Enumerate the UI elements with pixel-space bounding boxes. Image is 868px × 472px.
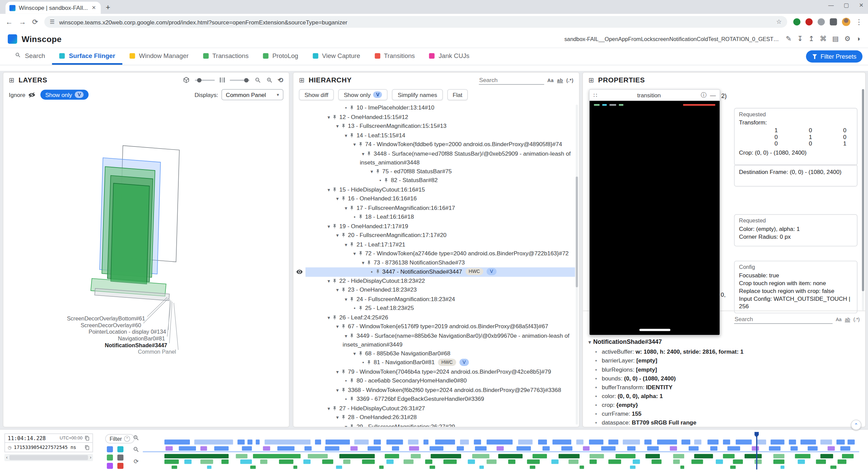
expand-chevron-icon[interactable]: ▾ bbox=[334, 231, 341, 240]
timeline-event[interactable] bbox=[166, 446, 173, 451]
timeline-event[interactable] bbox=[769, 446, 781, 451]
tab-jank-cujs[interactable]: Jank CUJs bbox=[422, 48, 477, 65]
tree-node[interactable]: ▾28 - OneHanded:26:31#28 bbox=[293, 413, 575, 422]
timeline-event[interactable] bbox=[623, 439, 640, 445]
timeline-event[interactable] bbox=[576, 439, 583, 445]
pin-icon[interactable] bbox=[358, 213, 365, 222]
layer-label-selected[interactable]: NotificationShade#3447 bbox=[105, 342, 167, 348]
timeline-canvas[interactable] bbox=[143, 433, 859, 470]
timeline-event[interactable] bbox=[770, 439, 785, 445]
properties-node-title-row[interactable]: ▾NotificationShade#3447 bbox=[589, 337, 861, 347]
timeline-event[interactable] bbox=[694, 439, 702, 445]
tree-node[interactable]: •3447 - NotificationShade#3447HWCV bbox=[293, 268, 575, 277]
timeline-event[interactable] bbox=[242, 446, 252, 451]
expand-chevron-icon[interactable]: ▾ bbox=[343, 423, 350, 427]
timeline-event[interactable] bbox=[752, 446, 759, 451]
extensions-puzzle-icon[interactable] bbox=[830, 18, 837, 25]
expand-chevron-icon[interactable]: ▾ bbox=[360, 150, 367, 158]
expand-chevron-icon[interactable]: ▾ bbox=[589, 339, 591, 345]
zoom-in-icon[interactable] bbox=[266, 77, 273, 83]
timeline-event[interactable] bbox=[518, 439, 532, 445]
pin-icon[interactable] bbox=[332, 277, 339, 286]
timeline-event[interactable] bbox=[279, 459, 293, 464]
layer-label[interactable]: ScreenDecorOverlay#60 bbox=[81, 322, 141, 328]
tree-node[interactable]: ▾19 - OneHanded:17:17#19 bbox=[293, 222, 575, 231]
timeline-event[interactable] bbox=[293, 466, 298, 469]
tree-node[interactable]: •81 - NavigationBar0#81HWCV bbox=[293, 358, 575, 367]
property-row[interactable]: activeBuffer: w: 1080, h: 2400, stride: … bbox=[589, 347, 861, 356]
rotation-slider[interactable] bbox=[195, 79, 215, 80]
timeline-event[interactable] bbox=[561, 446, 573, 451]
timeline-event[interactable] bbox=[277, 446, 295, 451]
timeline-event[interactable] bbox=[797, 459, 805, 464]
tree-node[interactable]: ▾72 - WindowToken{a2746de type=2040 andr… bbox=[293, 249, 575, 258]
timeline-event[interactable] bbox=[472, 454, 490, 458]
timeline-event[interactable] bbox=[821, 454, 833, 458]
pin-icon[interactable] bbox=[341, 122, 348, 131]
pin-icon[interactable] bbox=[332, 222, 339, 231]
back-icon[interactable]: ← bbox=[5, 18, 13, 25]
match-word-icon[interactable]: ab bbox=[845, 316, 850, 322]
timeline-event[interactable] bbox=[608, 459, 621, 464]
property-row[interactable]: bufferTransform: IDENTITY bbox=[589, 382, 861, 391]
timeline-event[interactable] bbox=[673, 459, 680, 464]
tree-node[interactable]: ▾24 - FullscreenMagnification:18:23#24 bbox=[293, 295, 575, 304]
timeline-event[interactable] bbox=[551, 459, 558, 464]
timeline-event[interactable] bbox=[646, 454, 660, 458]
timeline-event[interactable] bbox=[790, 446, 797, 451]
timeline-event[interactable] bbox=[475, 446, 487, 451]
timeline-event[interactable] bbox=[444, 459, 457, 464]
pin-icon[interactable] bbox=[349, 423, 356, 427]
property-row[interactable]: crop: {empty} bbox=[589, 400, 861, 409]
timeline-event[interactable] bbox=[692, 459, 703, 464]
cuj-trace-icon[interactable] bbox=[117, 463, 123, 469]
timeline-event[interactable] bbox=[479, 466, 484, 469]
tab-view-capture[interactable]: View Capture bbox=[305, 48, 368, 65]
property-row[interactable]: dataspace: BT709 sRGB Full range bbox=[589, 418, 861, 427]
device-screen-preview[interactable] bbox=[590, 101, 720, 335]
tree-node[interactable]: •10 - ImePlaceholder:13:14#10 bbox=[293, 103, 575, 113]
timeline-event[interactable] bbox=[200, 446, 207, 451]
documentation-icon[interactable]: ▤ bbox=[832, 35, 839, 42]
hierarchy-search-input[interactable] bbox=[479, 75, 544, 85]
tree-node[interactable]: ▾13 - FullscreenMagnification:15:15#13 bbox=[293, 122, 575, 131]
timeline-event[interactable] bbox=[590, 454, 604, 458]
timeline-event[interactable] bbox=[616, 454, 636, 458]
pin-icon[interactable] bbox=[332, 113, 339, 122]
timeline-event[interactable] bbox=[305, 446, 312, 451]
tree-node[interactable]: •18 - Leaf:16:16#18 bbox=[293, 213, 575, 222]
pin-icon[interactable] bbox=[332, 186, 339, 194]
spacing-slider[interactable] bbox=[230, 79, 250, 80]
pin-icon[interactable] bbox=[349, 395, 356, 404]
timeline-event[interactable] bbox=[222, 459, 229, 464]
transitions-trace-icon[interactable] bbox=[107, 463, 113, 469]
tree-node[interactable]: ▾3449 - Surface(name=885b63e NavigationB… bbox=[293, 331, 575, 349]
show-only-v-chip[interactable]: Show only V bbox=[40, 90, 89, 99]
timeline-event[interactable] bbox=[387, 459, 394, 464]
tree-node[interactable]: ▾68 - 885b63e NavigationBar0#68 bbox=[293, 349, 575, 358]
timeline-event[interactable] bbox=[627, 446, 635, 451]
timeline-event[interactable] bbox=[487, 439, 512, 445]
timeline-event[interactable] bbox=[710, 446, 717, 451]
timeline-event[interactable] bbox=[517, 446, 531, 451]
timeline-event[interactable] bbox=[237, 439, 244, 445]
hierarchy-scrollbar[interactable] bbox=[576, 105, 578, 425]
pin-icon[interactable] bbox=[341, 231, 348, 240]
tree-node[interactable]: ▾15 - HideDisplayCutout:16:16#15 bbox=[293, 185, 575, 194]
timeline-event[interactable] bbox=[362, 459, 375, 464]
timeline-event[interactable] bbox=[723, 454, 734, 458]
timeline-event[interactable] bbox=[836, 439, 845, 445]
match-case-icon[interactable]: Aa bbox=[836, 316, 842, 322]
timeline-event[interactable] bbox=[716, 459, 723, 464]
forward-icon[interactable]: → bbox=[19, 18, 26, 25]
layers-3d-canvas[interactable]: ScreenDecorOverlayBottom#61 ScreenDecorO… bbox=[3, 103, 289, 427]
layer-label[interactable]: PointerLocation - display 0#134 bbox=[88, 329, 166, 335]
zoom-out-icon[interactable] bbox=[254, 77, 261, 83]
scroll-right-icon[interactable]: › bbox=[90, 455, 91, 460]
pin-icon[interactable] bbox=[341, 386, 348, 395]
display-select[interactable]: Common Panel ▾ bbox=[221, 89, 283, 100]
timeline-event[interactable] bbox=[682, 439, 690, 445]
timeline-event[interactable] bbox=[608, 439, 618, 445]
timeline-event[interactable] bbox=[498, 454, 522, 458]
minimize-curtain-icon[interactable]: — bbox=[710, 92, 716, 99]
